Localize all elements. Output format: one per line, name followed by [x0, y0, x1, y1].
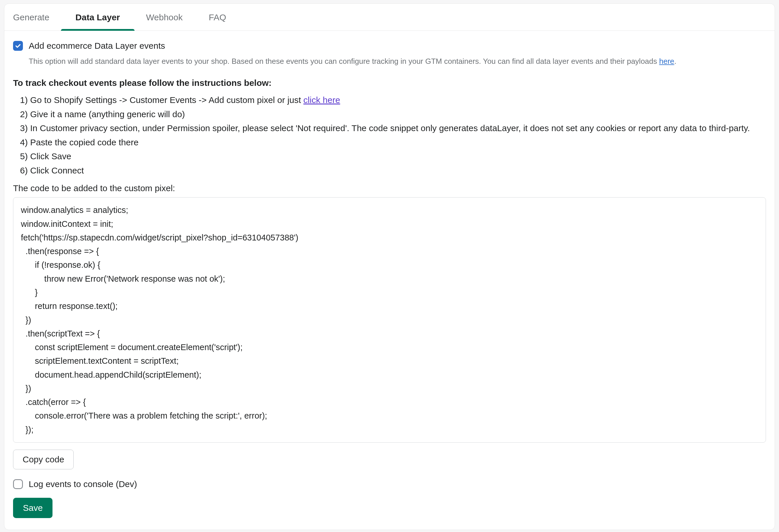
- tab-bar: Generate Data Layer Webhook FAQ: [4, 4, 775, 31]
- instruction-item: 6) Click Connect: [20, 165, 766, 177]
- helper-text: This option will add standard data layer…: [29, 56, 766, 66]
- check-icon: [15, 43, 21, 49]
- click-here-link[interactable]: click here: [303, 95, 340, 105]
- instruction-item: 4) Paste the copied code there: [20, 137, 766, 149]
- tab-webhook[interactable]: Webhook: [143, 4, 186, 31]
- helper-post: .: [674, 57, 676, 66]
- helper-pre: This option will add standard data layer…: [29, 57, 659, 66]
- instructions-title: To track checkout events please follow t…: [13, 78, 766, 88]
- add-ecommerce-events-checkbox[interactable]: [13, 41, 23, 51]
- tab-faq[interactable]: FAQ: [206, 4, 229, 31]
- add-ecommerce-events-label: Add ecommerce Data Layer events: [29, 41, 165, 51]
- log-events-label: Log events to console (Dev): [29, 479, 137, 489]
- instruction-text: 3) In Customer privacy section, under Pe…: [20, 123, 750, 133]
- instruction-item: 3) In Customer privacy section, under Pe…: [20, 122, 766, 134]
- instruction-item: 1) Go to Shopify Settings -> Customer Ev…: [20, 94, 766, 106]
- tab-data-layer[interactable]: Data Layer: [72, 4, 123, 31]
- instruction-text: 2) Give it a name (anything generic will…: [20, 109, 185, 119]
- instruction-text: 1) Go to Shopify Settings -> Customer Ev…: [20, 95, 303, 105]
- tab-generate[interactable]: Generate: [10, 4, 52, 31]
- code-snippet[interactable]: window.analytics = analytics; window.ini…: [13, 197, 766, 442]
- helper-link-here[interactable]: here: [659, 57, 674, 66]
- add-ecommerce-events-row: Add ecommerce Data Layer events: [13, 41, 766, 51]
- log-events-row: Log events to console (Dev): [13, 479, 766, 489]
- settings-card: Generate Data Layer Webhook FAQ Add ecom…: [4, 3, 775, 530]
- instructions-list: 1) Go to Shopify Settings -> Customer Ev…: [20, 94, 766, 176]
- instruction-item: 5) Click Save: [20, 151, 766, 163]
- tab-content: Add ecommerce Data Layer events This opt…: [4, 31, 775, 530]
- instruction-text: 5) Click Save: [20, 152, 71, 161]
- log-events-checkbox[interactable]: [13, 479, 23, 489]
- instruction-text: 4) Paste the copied code there: [20, 137, 139, 147]
- instruction-item: 2) Give it a name (anything generic will…: [20, 109, 766, 120]
- copy-code-button[interactable]: Copy code: [13, 450, 74, 469]
- save-button[interactable]: Save: [13, 498, 53, 518]
- code-label: The code to be added to the custom pixel…: [13, 183, 766, 193]
- instruction-text: 6) Click Connect: [20, 166, 84, 175]
